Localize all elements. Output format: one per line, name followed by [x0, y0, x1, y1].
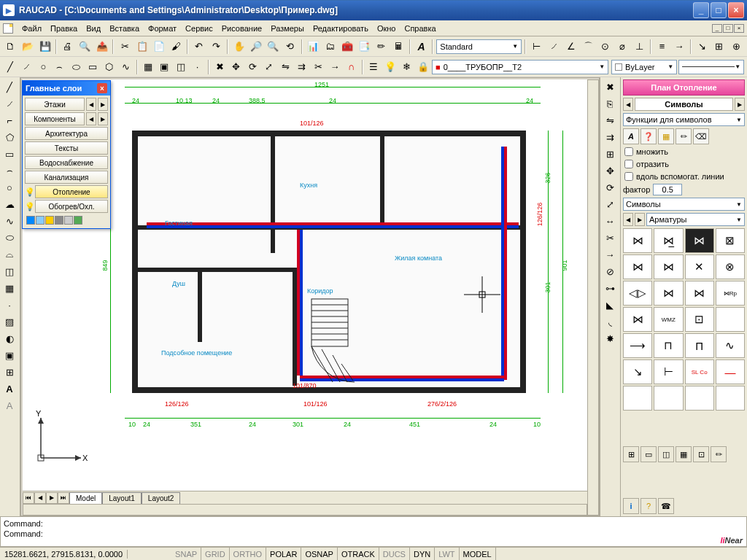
line-tool-icon[interactable]: ╱ [1, 79, 18, 95]
tab-next-button[interactable]: ▶ [46, 492, 58, 504]
dim-angular-icon[interactable]: ∠ [563, 39, 578, 55]
zoom-prev-button[interactable]: ⟲ [282, 39, 298, 55]
tab-prev-button[interactable]: ◀ [34, 492, 46, 504]
redo-button[interactable]: ↷ [208, 39, 223, 55]
symbol-valve3[interactable]: ⋈ [685, 228, 714, 253]
xline-tool-icon[interactable]: ⟋ [1, 96, 18, 112]
dim-continue-icon[interactable]: → [671, 39, 686, 55]
symbol-valve2[interactable]: ⋈̲ [654, 228, 683, 253]
symbol-valve8[interactable]: ⊗ [716, 254, 745, 279]
save-button[interactable]: 💾 [37, 39, 53, 55]
dim-ordinate-icon[interactable]: ⊥ [632, 39, 647, 55]
layer-comp-prev[interactable]: ◀ [86, 112, 96, 125]
lp-color4-icon[interactable] [55, 216, 63, 225]
category-next-button[interactable]: ▶ [635, 213, 645, 226]
close-button[interactable]: × [728, 2, 744, 18]
rp-tool5-icon[interactable]: ⊡ [693, 446, 709, 462]
dc-button[interactable]: 🗂 [322, 39, 338, 55]
extend-mod-icon[interactable]: → [602, 246, 618, 262]
ssm-button[interactable]: 📑 [357, 39, 372, 55]
status-otrack-button[interactable]: OTRACK [338, 548, 379, 560]
zoom-rt-button[interactable]: 🔎 [248, 39, 263, 55]
erase-mod-icon[interactable]: ✖ [602, 79, 618, 95]
scale-icon[interactable]: ⤢ [261, 59, 276, 75]
open-button[interactable]: 📂 [20, 39, 35, 55]
symbol-misc7[interactable] [685, 386, 714, 411]
copy-mod-icon[interactable]: ⎘ [602, 96, 618, 112]
menu-dims[interactable]: Размеры [266, 22, 309, 35]
rotate-icon[interactable]: ⟳ [245, 59, 260, 75]
dim-arc-icon[interactable]: ⌒ [580, 39, 595, 55]
menu-insert[interactable]: Вставка [105, 22, 144, 35]
trim-icon[interactable]: ✂ [311, 59, 326, 75]
dim-aligned-icon[interactable]: ⟋ [546, 39, 561, 55]
dim-leader-icon[interactable]: ↘ [694, 39, 710, 55]
layer-heating-button[interactable]: Отопление [35, 185, 108, 198]
dim-baseline-icon[interactable]: ≡ [654, 39, 670, 55]
symbol-misc2[interactable]: ⊢ [654, 359, 683, 384]
rp-tool1-icon[interactable]: ⊞ [623, 446, 639, 462]
symbol-misc6[interactable] [654, 386, 683, 411]
functions-dropdown[interactable]: Функции для символов▼ [623, 113, 745, 126]
along-checkbox[interactable]: вдоль вспомогат. линии [623, 171, 745, 182]
layer-floors-prev[interactable]: ◀ [86, 98, 96, 111]
stretch-mod-icon[interactable]: ↔ [602, 213, 618, 229]
rect-icon[interactable]: ▭ [85, 59, 101, 75]
circle-tool-icon[interactable]: ○ [1, 179, 18, 195]
layer-sewage-button[interactable]: Канализация [25, 171, 108, 184]
status-ortho-button[interactable]: ORTHO [230, 548, 267, 560]
lp-color5-icon[interactable] [64, 216, 73, 225]
tab-first-button[interactable]: ⏮ [23, 492, 34, 504]
rp-tool4-icon[interactable]: ▦ [676, 446, 692, 462]
layer-freeze-icon[interactable]: ❄ [399, 59, 414, 75]
extend-icon[interactable]: → [328, 59, 343, 75]
horizontal-scrollbar[interactable] [23, 504, 587, 516]
array-mod-icon[interactable]: ⊞ [602, 146, 618, 162]
symbol-valve10[interactable]: ⋈ [654, 281, 683, 306]
cut-button[interactable]: ✂ [117, 39, 132, 55]
lp-color6-icon[interactable] [74, 216, 82, 225]
symbol-valve14[interactable]: WMZ [654, 307, 683, 332]
hatch-icon[interactable]: ▦ [141, 59, 156, 75]
block-icon[interactable]: ◫ [174, 59, 189, 75]
lp-color1-icon[interactable] [26, 216, 35, 225]
paste-button[interactable]: 📄 [151, 39, 166, 55]
dim-radius-icon[interactable]: ⊙ [597, 39, 613, 55]
zoom-win-button[interactable]: 🔍 [266, 39, 281, 55]
hatch-tool-icon[interactable]: ▨ [1, 314, 18, 330]
rotate-mod-icon[interactable]: ⟳ [602, 179, 618, 195]
symbol-pipe1[interactable]: ⟶ [623, 333, 652, 358]
spline-tool-icon[interactable]: ∿ [1, 213, 18, 229]
layer-hvac-button[interactable]: Обогрев/Охл. [35, 200, 108, 213]
mirror-mod-icon[interactable]: ⇋ [602, 112, 618, 128]
symbol-misc5[interactable] [623, 386, 652, 411]
menu-service[interactable]: Сервис [181, 22, 217, 35]
layer-water-button[interactable]: Водоснабжение [25, 156, 108, 169]
symbol-valve1[interactable]: ⋈ [623, 228, 652, 253]
menu-file[interactable]: Файл [18, 22, 46, 35]
publish-button[interactable]: 📤 [94, 39, 109, 55]
match-button[interactable]: 🖌 [169, 39, 184, 55]
tp-button[interactable]: 🧰 [339, 39, 355, 55]
join-mod-icon[interactable]: ⊶ [602, 280, 618, 296]
menu-modify[interactable]: Редактировать [309, 22, 373, 35]
child-max-button[interactable]: □ [723, 24, 733, 33]
status-snap-button[interactable]: SNAP [171, 548, 201, 560]
section-prev-button[interactable]: ◀ [623, 98, 633, 111]
symbol-valve7[interactable]: ✕ [685, 254, 714, 279]
status-lwt-button[interactable]: LWT [435, 548, 459, 560]
layer-comp-next[interactable]: ▶ [98, 112, 108, 125]
dim-center-icon[interactable]: ⊕ [729, 39, 744, 55]
symbol-valve4[interactable]: ⊠ [716, 228, 745, 253]
category-dropdown[interactable]: Арматуры▼ [646, 213, 745, 226]
multiply-checkbox[interactable]: множить [623, 147, 745, 157]
symbols-dropdown[interactable]: Символы▼ [623, 198, 745, 211]
preview-button[interactable]: 🔍 [77, 39, 93, 55]
dim-diameter-icon[interactable]: ⌀ [614, 39, 630, 55]
spline-icon[interactable]: ∿ [118, 59, 133, 75]
rp-tool3-icon[interactable]: ◫ [658, 446, 674, 462]
text-icon[interactable]: A [1, 397, 18, 413]
ellipse-tool-icon[interactable]: ⬭ [1, 230, 18, 246]
status-osnap-button[interactable]: OSNAP [301, 548, 338, 560]
text-style-dropdown[interactable]: Standard▼ [436, 39, 522, 54]
